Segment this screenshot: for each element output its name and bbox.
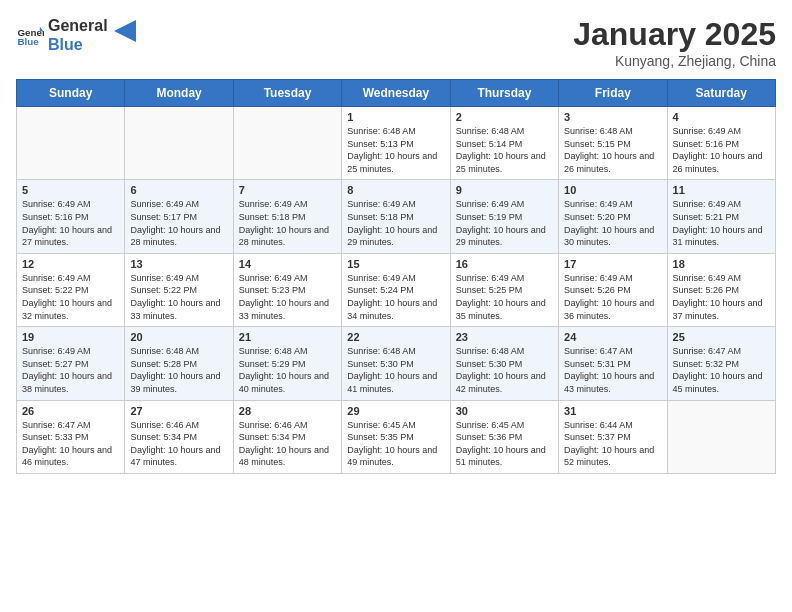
calendar-day-cell [125, 107, 233, 180]
calendar-day-cell: 16Sunrise: 6:49 AMSunset: 5:25 PMDayligh… [450, 253, 558, 326]
day-info: Sunrise: 6:46 AMSunset: 5:34 PMDaylight:… [130, 419, 227, 469]
page-header: General Blue General Blue January 2025 K… [16, 16, 776, 69]
day-number: 7 [239, 184, 336, 196]
day-info: Sunrise: 6:45 AMSunset: 5:36 PMDaylight:… [456, 419, 553, 469]
day-info: Sunrise: 6:49 AMSunset: 5:24 PMDaylight:… [347, 272, 444, 322]
day-number: 12 [22, 258, 119, 270]
day-number: 3 [564, 111, 661, 123]
day-info: Sunrise: 6:46 AMSunset: 5:34 PMDaylight:… [239, 419, 336, 469]
logo-blue-text: Blue [48, 35, 108, 54]
calendar-week-row: 12Sunrise: 6:49 AMSunset: 5:22 PMDayligh… [17, 253, 776, 326]
day-info: Sunrise: 6:49 AMSunset: 5:22 PMDaylight:… [130, 272, 227, 322]
day-number: 25 [673, 331, 770, 343]
logo: General Blue General Blue [16, 16, 136, 54]
calendar-day-cell: 21Sunrise: 6:48 AMSunset: 5:29 PMDayligh… [233, 327, 341, 400]
day-info: Sunrise: 6:49 AMSunset: 5:26 PMDaylight:… [564, 272, 661, 322]
day-info: Sunrise: 6:49 AMSunset: 5:16 PMDaylight:… [673, 125, 770, 175]
day-number: 8 [347, 184, 444, 196]
day-info: Sunrise: 6:47 AMSunset: 5:33 PMDaylight:… [22, 419, 119, 469]
day-number: 26 [22, 405, 119, 417]
calendar-day-cell: 7Sunrise: 6:49 AMSunset: 5:18 PMDaylight… [233, 180, 341, 253]
svg-marker-3 [114, 20, 136, 42]
weekday-header-friday: Friday [559, 80, 667, 107]
weekday-header-thursday: Thursday [450, 80, 558, 107]
svg-text:Blue: Blue [17, 36, 39, 47]
day-number: 13 [130, 258, 227, 270]
day-info: Sunrise: 6:49 AMSunset: 5:16 PMDaylight:… [22, 198, 119, 248]
calendar-day-cell: 12Sunrise: 6:49 AMSunset: 5:22 PMDayligh… [17, 253, 125, 326]
calendar-day-cell: 20Sunrise: 6:48 AMSunset: 5:28 PMDayligh… [125, 327, 233, 400]
day-info: Sunrise: 6:49 AMSunset: 5:23 PMDaylight:… [239, 272, 336, 322]
day-number: 29 [347, 405, 444, 417]
weekday-header-monday: Monday [125, 80, 233, 107]
day-info: Sunrise: 6:47 AMSunset: 5:31 PMDaylight:… [564, 345, 661, 395]
logo-icon: General Blue [16, 21, 44, 49]
day-info: Sunrise: 6:49 AMSunset: 5:27 PMDaylight:… [22, 345, 119, 395]
calendar-day-cell: 28Sunrise: 6:46 AMSunset: 5:34 PMDayligh… [233, 400, 341, 473]
weekday-header-sunday: Sunday [17, 80, 125, 107]
day-number: 24 [564, 331, 661, 343]
calendar-day-cell [233, 107, 341, 180]
calendar-day-cell: 2Sunrise: 6:48 AMSunset: 5:14 PMDaylight… [450, 107, 558, 180]
calendar-day-cell: 11Sunrise: 6:49 AMSunset: 5:21 PMDayligh… [667, 180, 775, 253]
location-title: Kunyang, Zhejiang, China [573, 53, 776, 69]
calendar-day-cell: 8Sunrise: 6:49 AMSunset: 5:18 PMDaylight… [342, 180, 450, 253]
title-block: January 2025 Kunyang, Zhejiang, China [573, 16, 776, 69]
day-number: 1 [347, 111, 444, 123]
calendar-day-cell: 31Sunrise: 6:44 AMSunset: 5:37 PMDayligh… [559, 400, 667, 473]
day-info: Sunrise: 6:49 AMSunset: 5:22 PMDaylight:… [22, 272, 119, 322]
weekday-header-wednesday: Wednesday [342, 80, 450, 107]
day-number: 14 [239, 258, 336, 270]
day-number: 2 [456, 111, 553, 123]
calendar-day-cell: 18Sunrise: 6:49 AMSunset: 5:26 PMDayligh… [667, 253, 775, 326]
calendar-day-cell: 25Sunrise: 6:47 AMSunset: 5:32 PMDayligh… [667, 327, 775, 400]
calendar-table: SundayMondayTuesdayWednesdayThursdayFrid… [16, 79, 776, 474]
day-info: Sunrise: 6:48 AMSunset: 5:28 PMDaylight:… [130, 345, 227, 395]
day-number: 15 [347, 258, 444, 270]
day-info: Sunrise: 6:48 AMSunset: 5:30 PMDaylight:… [456, 345, 553, 395]
day-info: Sunrise: 6:49 AMSunset: 5:17 PMDaylight:… [130, 198, 227, 248]
calendar-day-cell: 1Sunrise: 6:48 AMSunset: 5:13 PMDaylight… [342, 107, 450, 180]
day-info: Sunrise: 6:48 AMSunset: 5:30 PMDaylight:… [347, 345, 444, 395]
calendar-day-cell: 19Sunrise: 6:49 AMSunset: 5:27 PMDayligh… [17, 327, 125, 400]
calendar-day-cell [667, 400, 775, 473]
calendar-day-cell: 24Sunrise: 6:47 AMSunset: 5:31 PMDayligh… [559, 327, 667, 400]
day-info: Sunrise: 6:48 AMSunset: 5:29 PMDaylight:… [239, 345, 336, 395]
day-number: 23 [456, 331, 553, 343]
day-info: Sunrise: 6:47 AMSunset: 5:32 PMDaylight:… [673, 345, 770, 395]
weekday-header-saturday: Saturday [667, 80, 775, 107]
day-info: Sunrise: 6:49 AMSunset: 5:20 PMDaylight:… [564, 198, 661, 248]
logo-general-text: General [48, 16, 108, 35]
day-info: Sunrise: 6:45 AMSunset: 5:35 PMDaylight:… [347, 419, 444, 469]
day-number: 16 [456, 258, 553, 270]
day-number: 21 [239, 331, 336, 343]
day-info: Sunrise: 6:49 AMSunset: 5:19 PMDaylight:… [456, 198, 553, 248]
day-number: 4 [673, 111, 770, 123]
day-number: 22 [347, 331, 444, 343]
calendar-day-cell: 17Sunrise: 6:49 AMSunset: 5:26 PMDayligh… [559, 253, 667, 326]
calendar-day-cell: 27Sunrise: 6:46 AMSunset: 5:34 PMDayligh… [125, 400, 233, 473]
day-number: 6 [130, 184, 227, 196]
day-number: 20 [130, 331, 227, 343]
day-info: Sunrise: 6:49 AMSunset: 5:21 PMDaylight:… [673, 198, 770, 248]
day-info: Sunrise: 6:49 AMSunset: 5:26 PMDaylight:… [673, 272, 770, 322]
calendar-week-row: 26Sunrise: 6:47 AMSunset: 5:33 PMDayligh… [17, 400, 776, 473]
calendar-week-row: 19Sunrise: 6:49 AMSunset: 5:27 PMDayligh… [17, 327, 776, 400]
day-info: Sunrise: 6:49 AMSunset: 5:25 PMDaylight:… [456, 272, 553, 322]
day-number: 11 [673, 184, 770, 196]
calendar-day-cell: 30Sunrise: 6:45 AMSunset: 5:36 PMDayligh… [450, 400, 558, 473]
calendar-day-cell: 5Sunrise: 6:49 AMSunset: 5:16 PMDaylight… [17, 180, 125, 253]
day-number: 28 [239, 405, 336, 417]
calendar-day-cell: 22Sunrise: 6:48 AMSunset: 5:30 PMDayligh… [342, 327, 450, 400]
month-title: January 2025 [573, 16, 776, 53]
day-number: 5 [22, 184, 119, 196]
day-info: Sunrise: 6:48 AMSunset: 5:14 PMDaylight:… [456, 125, 553, 175]
weekday-header-tuesday: Tuesday [233, 80, 341, 107]
calendar-week-row: 1Sunrise: 6:48 AMSunset: 5:13 PMDaylight… [17, 107, 776, 180]
day-number: 30 [456, 405, 553, 417]
calendar-day-cell: 23Sunrise: 6:48 AMSunset: 5:30 PMDayligh… [450, 327, 558, 400]
weekday-header-row: SundayMondayTuesdayWednesdayThursdayFrid… [17, 80, 776, 107]
day-number: 10 [564, 184, 661, 196]
day-number: 17 [564, 258, 661, 270]
day-info: Sunrise: 6:48 AMSunset: 5:15 PMDaylight:… [564, 125, 661, 175]
